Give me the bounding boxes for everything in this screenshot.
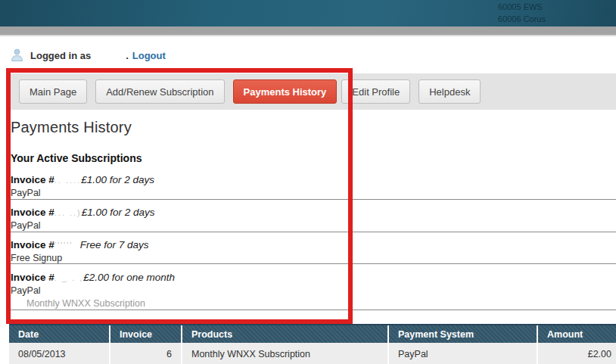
invoice-number-redacted: ... ..) (54, 207, 82, 219)
cell-amount: £2.00 (537, 343, 616, 364)
header-date: Date (9, 325, 110, 343)
banner-row-2: 60006 Corus TO (498, 14, 616, 24)
banner-row-2-left: 60006 Corus (498, 14, 546, 24)
subscription-product: Monthly WNXX Subscription (11, 298, 616, 310)
section-title: Your Active Subscriptions (11, 152, 142, 164)
page-title: Payments History (11, 119, 132, 136)
subscription-title: Invoice #... ..)£1.00 for 2 days (11, 207, 616, 219)
header-products: Products (182, 325, 388, 343)
subscription-entry: Invoice #. _ . ,£2.00 for one month PayP… (11, 272, 616, 310)
invoice-prefix: Invoice # (11, 207, 54, 218)
invoice-number-redacted: '''''' (54, 239, 80, 251)
cell-date: 08/05/2013 (9, 343, 110, 364)
invoice-prefix: Invoice # (11, 272, 54, 283)
tab-edit-profile[interactable]: Edit Profile (341, 79, 410, 104)
entry-separator (11, 199, 616, 200)
entry-separator (11, 310, 616, 310)
entry-separator (11, 263, 616, 264)
tab-helpdesk[interactable]: Helpdesk (418, 79, 481, 104)
user-icon (11, 48, 23, 62)
subscription-title: Invoice #.. ....£1.00 for 2 days (11, 174, 616, 186)
cell-payment-system: PayPal (388, 343, 537, 364)
subscription-title: Invoice #. _ . ,£2.00 for one month (11, 272, 616, 284)
login-status-row: Logged in as . Logout (11, 48, 166, 63)
table-header-row: Date Invoice Products Payment System Amo… (9, 325, 616, 343)
logged-in-label: Logged in as (30, 50, 91, 61)
header-amount: Amount (537, 325, 616, 343)
logout-link[interactable]: Logout (132, 50, 166, 61)
login-separator: . (126, 50, 129, 61)
payment-method: PayPal (11, 219, 616, 232)
subscription-entry: Invoice #... ..)£1.00 for 2 days PayPal (11, 207, 616, 232)
invoice-number-redacted: . _ . , (54, 272, 83, 284)
cell-products: Monthly WNXX Subscription (182, 343, 388, 364)
table-row: 08/05/2013 6 Monthly WNXX Subscription P… (9, 343, 616, 364)
tab-main-page[interactable]: Main Page (19, 79, 87, 104)
cell-invoice-redacted: 6 (110, 343, 182, 364)
header-payment-system: Payment System (388, 325, 537, 343)
subscription-entry: Invoice #''''''Free for 7 days Free Sign… (11, 239, 616, 264)
invoice-prefix: Invoice # (11, 174, 54, 185)
payment-method: PayPal (11, 285, 616, 297)
tab-payments-history[interactable]: Payments History (233, 79, 338, 104)
entry-separator (11, 232, 616, 232)
invoice-terms: Free for 7 days (80, 239, 149, 250)
tab-bar: Main Page Add/Renew Subscription Payment… (9, 73, 616, 110)
payment-method: PayPal (11, 187, 616, 199)
tab-add-renew-subscription[interactable]: Add/Renew Subscription (95, 79, 224, 104)
subscription-title: Invoice #''''''Free for 7 days (11, 239, 616, 251)
header-invoice: Invoice (110, 325, 182, 343)
subscription-entry: Invoice #.. ....£1.00 for 2 days PayPal (11, 174, 616, 199)
invoice-terms: £1.00 for 2 days (82, 207, 155, 218)
invoice-prefix: Invoice # (11, 239, 54, 250)
invoice-number-redacted: .. .... (54, 174, 81, 186)
payment-method: Free Signup (11, 252, 616, 264)
top-banner: 60005 EWS TO 60006 Corus TO (0, 0, 616, 26)
invoice-terms: £1.00 for 2 days (81, 174, 154, 185)
gray-divider-bar (0, 26, 616, 36)
invoice-terms: £2.00 for one month (83, 272, 175, 283)
banner-row-1-left: 60005 EWS (498, 2, 543, 12)
banner-row-1: 60005 EWS TO (498, 2, 616, 12)
payments-table: Date Invoice Products Payment System Amo… (9, 324, 616, 364)
